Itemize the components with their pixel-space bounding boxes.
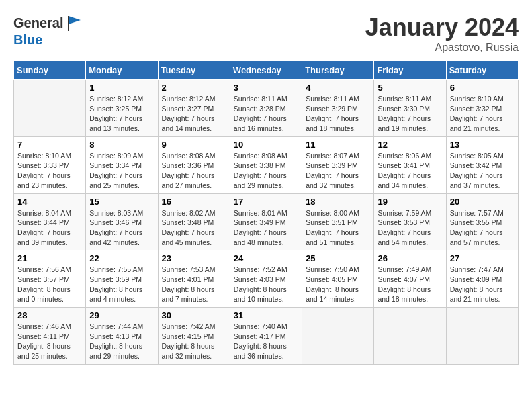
- day-info: Sunrise: 7:44 AM Sunset: 4:13 PM Dayligh…: [89, 322, 154, 361]
- calendar-cell: 13Sunrise: 8:05 AM Sunset: 3:42 PM Dayli…: [446, 136, 518, 193]
- day-info: Sunrise: 8:12 AM Sunset: 3:25 PM Dayligh…: [89, 94, 154, 134]
- day-number: 19: [378, 197, 442, 207]
- day-number: 5: [378, 83, 442, 93]
- calendar-cell: 7Sunrise: 8:10 AM Sunset: 3:33 PM Daylig…: [14, 136, 86, 193]
- calendar-cell: 5Sunrise: 8:11 AM Sunset: 3:30 PM Daylig…: [374, 80, 446, 137]
- day-number: 17: [234, 197, 298, 207]
- logo: General Blue: [13, 13, 85, 47]
- day-number: 6: [450, 83, 515, 93]
- day-number: 29: [89, 310, 154, 320]
- weekday-header: Friday: [374, 61, 446, 80]
- day-number: 12: [378, 140, 442, 150]
- day-info: Sunrise: 7:49 AM Sunset: 4:07 PM Dayligh…: [378, 265, 442, 304]
- calendar-cell: [302, 308, 374, 365]
- calendar-cell: 6Sunrise: 8:10 AM Sunset: 3:32 PM Daylig…: [446, 80, 518, 137]
- day-number: 8: [89, 140, 154, 150]
- calendar-cell: [14, 80, 86, 137]
- weekday-header: Sunday: [14, 61, 86, 80]
- calendar-cell: 3Sunrise: 8:11 AM Sunset: 3:28 PM Daylig…: [230, 80, 302, 137]
- calendar-cell: 30Sunrise: 7:42 AM Sunset: 4:15 PM Dayli…: [158, 308, 230, 365]
- day-number: 4: [306, 83, 370, 93]
- svg-marker-0: [69, 16, 81, 24]
- calendar-cell: 4Sunrise: 8:11 AM Sunset: 3:29 PM Daylig…: [302, 80, 374, 137]
- day-info: Sunrise: 8:07 AM Sunset: 3:39 PM Dayligh…: [306, 151, 370, 191]
- day-number: 13: [450, 140, 515, 150]
- calendar-cell: 27Sunrise: 7:47 AM Sunset: 4:09 PM Dayli…: [446, 250, 518, 308]
- calendar-week-row: 7Sunrise: 8:10 AM Sunset: 3:33 PM Daylig…: [14, 136, 519, 193]
- day-info: Sunrise: 7:56 AM Sunset: 3:57 PM Dayligh…: [17, 265, 82, 304]
- calendar-cell: [446, 308, 518, 365]
- calendar-table: SundayMondayTuesdayWednesdayThursdayFrid…: [13, 60, 519, 365]
- day-number: 26: [378, 253, 442, 263]
- calendar-cell: 25Sunrise: 7:50 AM Sunset: 4:05 PM Dayli…: [302, 250, 374, 308]
- day-info: Sunrise: 7:59 AM Sunset: 3:53 PM Dayligh…: [378, 208, 442, 248]
- day-info: Sunrise: 7:57 AM Sunset: 3:55 PM Dayligh…: [450, 208, 515, 248]
- day-info: Sunrise: 7:50 AM Sunset: 4:05 PM Dayligh…: [306, 265, 370, 304]
- day-info: Sunrise: 8:12 AM Sunset: 3:27 PM Dayligh…: [162, 94, 226, 134]
- day-number: 18: [306, 197, 370, 207]
- day-info: Sunrise: 7:42 AM Sunset: 4:15 PM Dayligh…: [162, 322, 226, 361]
- calendar-week-row: 28Sunrise: 7:46 AM Sunset: 4:11 PM Dayli…: [14, 308, 519, 365]
- day-number: 31: [234, 310, 298, 320]
- day-info: Sunrise: 8:02 AM Sunset: 3:48 PM Dayligh…: [162, 208, 226, 248]
- day-number: 3: [234, 83, 298, 93]
- calendar-cell: 10Sunrise: 8:08 AM Sunset: 3:38 PM Dayli…: [230, 136, 302, 193]
- day-info: Sunrise: 8:10 AM Sunset: 3:32 PM Dayligh…: [450, 94, 515, 134]
- day-info: Sunrise: 8:11 AM Sunset: 3:28 PM Dayligh…: [234, 94, 298, 134]
- day-info: Sunrise: 8:10 AM Sunset: 3:33 PM Dayligh…: [17, 151, 82, 191]
- day-info: Sunrise: 8:11 AM Sunset: 3:30 PM Dayligh…: [378, 94, 442, 134]
- day-number: 30: [162, 310, 226, 320]
- calendar-cell: 29Sunrise: 7:44 AM Sunset: 4:13 PM Dayli…: [86, 308, 158, 365]
- calendar-cell: 2Sunrise: 8:12 AM Sunset: 3:27 PM Daylig…: [158, 80, 230, 137]
- day-info: Sunrise: 8:04 AM Sunset: 3:44 PM Dayligh…: [17, 208, 82, 248]
- day-info: Sunrise: 7:55 AM Sunset: 3:59 PM Dayligh…: [89, 265, 154, 304]
- day-number: 27: [450, 253, 515, 263]
- calendar-cell: 16Sunrise: 8:02 AM Sunset: 3:48 PM Dayli…: [158, 193, 230, 250]
- day-number: 9: [162, 140, 226, 150]
- day-info: Sunrise: 8:03 AM Sunset: 3:46 PM Dayligh…: [89, 208, 154, 248]
- calendar-cell: [374, 308, 446, 365]
- page-header: General Blue January 2024 Apastovo, Russ…: [13, 13, 519, 54]
- day-number: 10: [234, 140, 298, 150]
- logo-text-blue: Blue: [13, 32, 85, 47]
- calendar-header-row: SundayMondayTuesdayWednesdayThursdayFrid…: [14, 61, 519, 80]
- day-info: Sunrise: 8:08 AM Sunset: 3:38 PM Dayligh…: [234, 151, 298, 191]
- calendar-week-row: 21Sunrise: 7:56 AM Sunset: 3:57 PM Dayli…: [14, 250, 519, 308]
- calendar-week-row: 14Sunrise: 8:04 AM Sunset: 3:44 PM Dayli…: [14, 193, 519, 250]
- day-number: 2: [162, 83, 226, 93]
- day-number: 7: [17, 140, 82, 150]
- calendar-cell: 17Sunrise: 8:01 AM Sunset: 3:49 PM Dayli…: [230, 193, 302, 250]
- weekday-header: Monday: [86, 61, 158, 80]
- day-number: 28: [17, 310, 82, 320]
- day-number: 1: [89, 83, 154, 93]
- day-number: 22: [89, 253, 154, 263]
- day-info: Sunrise: 7:53 AM Sunset: 4:01 PM Dayligh…: [162, 265, 226, 304]
- calendar-cell: 26Sunrise: 7:49 AM Sunset: 4:07 PM Dayli…: [374, 250, 446, 308]
- day-info: Sunrise: 7:40 AM Sunset: 4:17 PM Dayligh…: [234, 322, 298, 361]
- location-label: Apastovo, Russia: [365, 42, 519, 54]
- calendar-cell: 28Sunrise: 7:46 AM Sunset: 4:11 PM Dayli…: [14, 308, 86, 365]
- day-info: Sunrise: 8:11 AM Sunset: 3:29 PM Dayligh…: [306, 94, 370, 134]
- calendar-cell: 24Sunrise: 7:52 AM Sunset: 4:03 PM Dayli…: [230, 250, 302, 308]
- day-number: 24: [234, 253, 298, 263]
- month-title: January 2024: [365, 13, 519, 42]
- calendar-cell: 18Sunrise: 8:00 AM Sunset: 3:51 PM Dayli…: [302, 193, 374, 250]
- day-number: 15: [89, 197, 154, 207]
- weekday-header: Wednesday: [230, 61, 302, 80]
- calendar-cell: 23Sunrise: 7:53 AM Sunset: 4:01 PM Dayli…: [158, 250, 230, 308]
- calendar-cell: 11Sunrise: 8:07 AM Sunset: 3:39 PM Dayli…: [302, 136, 374, 193]
- day-number: 16: [162, 197, 226, 207]
- calendar-cell: 19Sunrise: 7:59 AM Sunset: 3:53 PM Dayli…: [374, 193, 446, 250]
- day-number: 14: [17, 197, 82, 207]
- day-number: 21: [17, 253, 82, 263]
- day-number: 23: [162, 253, 226, 263]
- logo-flag-icon: [66, 13, 85, 32]
- day-info: Sunrise: 8:08 AM Sunset: 3:36 PM Dayligh…: [162, 151, 226, 191]
- day-info: Sunrise: 8:01 AM Sunset: 3:49 PM Dayligh…: [234, 208, 298, 248]
- day-info: Sunrise: 8:06 AM Sunset: 3:41 PM Dayligh…: [378, 151, 442, 191]
- day-info: Sunrise: 7:52 AM Sunset: 4:03 PM Dayligh…: [234, 265, 298, 304]
- calendar-cell: 8Sunrise: 8:09 AM Sunset: 3:34 PM Daylig…: [86, 136, 158, 193]
- day-info: Sunrise: 8:00 AM Sunset: 3:51 PM Dayligh…: [306, 208, 370, 248]
- day-info: Sunrise: 8:09 AM Sunset: 3:34 PM Dayligh…: [89, 151, 154, 191]
- calendar-cell: 21Sunrise: 7:56 AM Sunset: 3:57 PM Dayli…: [14, 250, 86, 308]
